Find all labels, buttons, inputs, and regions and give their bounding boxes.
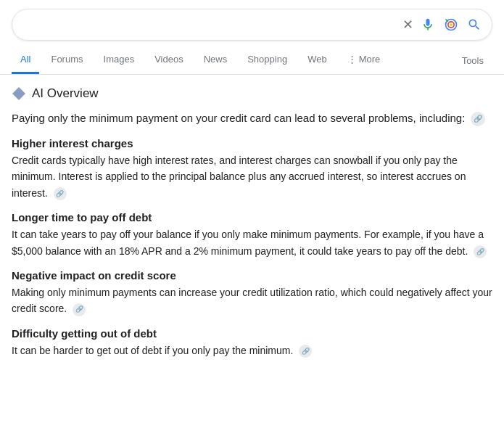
tab-images[interactable]: Images [95, 46, 144, 74]
search-input[interactable]: why is it bad to only make the minimum p… [22, 19, 402, 31]
mic-icon[interactable] [421, 17, 435, 32]
section-title-2: Longer time to pay off debt [12, 211, 492, 223]
section-credit-score: Negative impact on credit score Making o… [12, 269, 492, 317]
lens-icon[interactable] [444, 17, 458, 32]
tab-shopping[interactable]: Shopping [239, 46, 296, 74]
search-bar: why is it bad to only make the minimum p… [12, 9, 492, 41]
ai-diamond-icon [12, 86, 26, 101]
section-difficulty: Difficulty getting out of debt It can be… [12, 327, 492, 358]
section-body-1: Credit cards typically have high interes… [12, 152, 492, 201]
section-higher-interest: Higher interest charges Credit cards typ… [12, 137, 492, 201]
tab-news[interactable]: News [195, 46, 236, 74]
svg-point-2 [450, 23, 452, 25]
nav-tabs: All Forums Images Videos News Shopping W… [0, 46, 504, 75]
search-icon[interactable] [467, 17, 482, 32]
tab-videos[interactable]: Videos [146, 46, 192, 74]
search-bar-container: why is it bad to only make the minimum p… [0, 0, 504, 41]
section4-link-icon[interactable]: 🔗 [299, 345, 312, 358]
ai-intro-text: Paying only the minimum payment on your … [12, 110, 492, 127]
section-body-4: It can be harder to get out of debt if y… [12, 342, 492, 358]
section2-link-icon[interactable]: 🔗 [474, 245, 487, 258]
ai-overview-title: AI Overview [32, 86, 99, 101]
ai-overview-header: AI Overview [12, 86, 492, 101]
tab-forums[interactable]: Forums [42, 46, 91, 74]
tab-all[interactable]: All [12, 46, 39, 74]
tab-web[interactable]: Web [299, 46, 336, 74]
tools-button[interactable]: Tools [453, 48, 492, 73]
close-icon[interactable]: ✕ [402, 17, 413, 33]
svg-marker-3 [12, 87, 25, 100]
section-title-1: Higher interest charges [12, 137, 492, 149]
section1-link-icon[interactable]: 🔗 [54, 187, 67, 200]
section-title-3: Negative impact on credit score [12, 269, 492, 282]
section-body-3: Making only minimum payments can increas… [12, 284, 492, 317]
section-body-2: It can take years to pay off your balanc… [12, 226, 492, 259]
section-longer-time: Longer time to pay off debt It can take … [12, 211, 492, 259]
tab-more[interactable]: ⋮ More [339, 46, 389, 74]
section3-link-icon[interactable]: 🔗 [73, 303, 86, 316]
search-icon-group [421, 17, 482, 32]
section-title-4: Difficulty getting out of debt [12, 327, 492, 340]
intro-link-icon[interactable]: 🔗 [471, 112, 485, 126]
more-dots-icon: ⋮ [347, 54, 357, 65]
main-content: AI Overview Paying only the minimum paym… [0, 75, 504, 383]
